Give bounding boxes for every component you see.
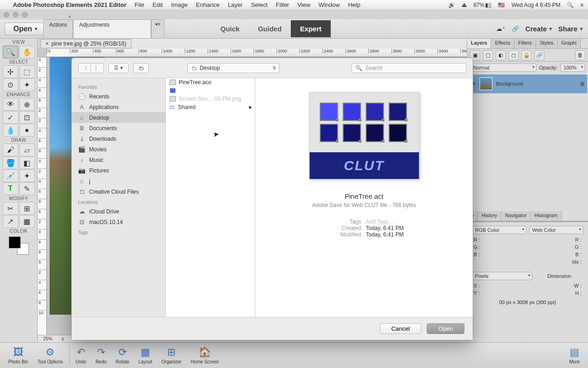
panel-options[interactable]: ▾≡: [151, 19, 164, 39]
file-item[interactable]: PineTree.act: [166, 86, 255, 95]
sidebar-loc-icloud-drive[interactable]: ☁iCloud Drive: [72, 206, 165, 217]
crop-tool[interactable]: ✂: [3, 202, 18, 215]
delete-layer-button[interactable]: 🗑: [575, 50, 585, 60]
menu-filter[interactable]: Filter: [276, 1, 289, 8]
layers-tab[interactable]: Layers: [467, 39, 491, 48]
battery-status[interactable]: 87% ▮▯: [473, 2, 492, 8]
units-dropdown[interactable]: Pixels: [472, 272, 532, 280]
color-swatches[interactable]: [9, 236, 29, 255]
photo-bin-button[interactable]: 🖼Photo Bin: [5, 345, 32, 365]
actions-tab[interactable]: ×Actions: [43, 19, 73, 39]
share-button[interactable]: Share: [558, 25, 582, 33]
sidebar-item-j[interactable]: ⌂j: [72, 176, 165, 186]
view-mode-button[interactable]: ☰ ▾: [108, 63, 129, 73]
pencil-tool[interactable]: ✎: [19, 182, 35, 195]
shape-tool[interactable]: ✦: [19, 169, 35, 182]
spot-heal-tool[interactable]: ⊕: [19, 98, 35, 111]
mode-guided[interactable]: Guided: [249, 20, 291, 37]
gradient-tool[interactable]: ◧: [19, 156, 35, 169]
zoom-tool[interactable]: 🔍: [3, 46, 18, 58]
sidebar-item-documents[interactable]: 🗎Documents: [72, 123, 165, 133]
organizer-button[interactable]: ⊞Organizer: [158, 345, 185, 365]
history-tab[interactable]: History: [478, 211, 501, 221]
mode-expert[interactable]: Expert: [291, 20, 331, 37]
menu-image[interactable]: Image: [171, 1, 187, 8]
move-tool[interactable]: ✢: [3, 65, 18, 78]
sidebar-item-downloads[interactable]: ⤓Downloads: [72, 133, 165, 144]
more-button[interactable]: ▤More: [565, 345, 583, 365]
adjustment-layer-button[interactable]: ◐: [496, 50, 506, 60]
fill-tool[interactable]: 🪣: [3, 156, 18, 169]
home-screen-button[interactable]: 🏠Home Screen: [187, 345, 222, 365]
lock-button[interactable]: 🔒: [521, 50, 531, 60]
eyedropper-tool[interactable]: 💉: [3, 169, 18, 182]
sidebar-item-music[interactable]: ♪Music: [72, 155, 165, 165]
minimize-window[interactable]: [13, 12, 18, 17]
sidebar-item-pictures[interactable]: 📷Pictures: [72, 165, 165, 176]
menu-window[interactable]: Window: [318, 1, 339, 8]
menu-file[interactable]: File: [135, 1, 144, 8]
color-mode-2[interactable]: Web Color: [529, 226, 584, 234]
undo-button[interactable]: ↶Undo: [72, 345, 90, 365]
navigator-tab[interactable]: Navigator: [501, 211, 531, 221]
add-tags-input[interactable]: Add Tags…: [366, 218, 394, 225]
recompose-tool[interactable]: ⊞: [19, 202, 35, 215]
straighten-tool[interactable]: ▦: [19, 215, 35, 228]
zoom-level[interactable]: 25%: [43, 336, 52, 341]
zoom-window[interactable]: [22, 12, 28, 17]
menu-edit[interactable]: Edit: [153, 1, 163, 8]
histogram-tab[interactable]: Histogram: [531, 211, 561, 221]
file-item[interactable]: Screen Sho….06 PM.png: [166, 95, 255, 103]
hand-tool[interactable]: ✋: [19, 46, 35, 58]
menu-extras-icon[interactable]: ≡: [580, 2, 583, 8]
close-window[interactable]: [4, 12, 9, 17]
lasso-tool[interactable]: ⊙: [3, 78, 18, 91]
graphics-tab[interactable]: Graphi: [558, 39, 581, 48]
menu-select[interactable]: Select: [251, 1, 267, 8]
file-item[interactable]: PineTree.aco: [166, 78, 255, 86]
group-button[interactable]: 🗀: [133, 63, 149, 73]
tool-options-button[interactable]: ⚙Tool Options: [34, 345, 70, 365]
blur-tool[interactable]: 💧: [3, 124, 18, 137]
volume-icon[interactable]: 🔊: [448, 2, 455, 8]
cloud-icon[interactable]: ☁⁺: [496, 25, 505, 32]
location-dropdown[interactable]: 🗀 Desktop: [187, 63, 279, 73]
create-button[interactable]: Create: [526, 25, 552, 33]
menu-help[interactable]: Help: [348, 1, 361, 8]
brush-tool[interactable]: 🖌: [3, 144, 18, 156]
redeye-tool[interactable]: 👁: [3, 98, 18, 111]
forward-button[interactable]: 〉: [91, 63, 104, 73]
sidebar-item-creative-cloud-files[interactable]: 🗀Creative Cloud Files: [72, 186, 165, 197]
link-icon[interactable]: 🔗: [512, 25, 519, 32]
menu-view[interactable]: View: [297, 1, 310, 8]
layer-background[interactable]: 👁 Background ⊞: [468, 75, 587, 93]
open-file-button[interactable]: Open: [427, 323, 464, 334]
eject-icon[interactable]: ⏏: [462, 2, 467, 8]
effects-tab[interactable]: Effects: [491, 39, 514, 48]
clone-tool[interactable]: ⊡: [19, 111, 35, 124]
blend-mode-dropdown[interactable]: Normal: [470, 63, 537, 72]
mode-quick[interactable]: Quick: [211, 20, 249, 37]
filters-tab[interactable]: Filters: [514, 39, 536, 48]
styles-tab[interactable]: Styles: [536, 39, 558, 48]
link-layers-button[interactable]: 🔗: [534, 50, 544, 60]
sidebar-loc-macos-10-14[interactable]: ⊟macOS 10.14: [72, 217, 165, 227]
quick-select-tool[interactable]: ✦: [19, 78, 35, 91]
layout-button[interactable]: ▦Layout: [135, 345, 156, 365]
back-button[interactable]: 〈: [78, 63, 91, 73]
spotlight-icon[interactable]: 🔍: [567, 2, 574, 8]
opacity-input[interactable]: 100%: [560, 63, 585, 72]
rotate-button[interactable]: ⟳Rotate: [112, 345, 133, 365]
content-move-tool[interactable]: ↗: [3, 215, 18, 228]
input-source-icon[interactable]: 🇺🇸: [498, 2, 505, 8]
datetime[interactable]: Wed Aug 4 6:45 PM: [511, 2, 560, 8]
file-item[interactable]: 🗀Shared▶: [166, 103, 255, 111]
sidebar-item-desktop[interactable]: ⌂Desktop: [72, 112, 165, 123]
cancel-button[interactable]: Cancel: [380, 323, 421, 334]
text-tool[interactable]: T: [3, 182, 18, 195]
smart-brush-tool[interactable]: ✓: [3, 111, 18, 124]
menu-layer[interactable]: Layer: [228, 1, 243, 8]
sidebar-item-recents[interactable]: 🕘Recents: [72, 91, 165, 102]
sidebar-item-applications[interactable]: AApplications: [72, 102, 165, 112]
redo-button[interactable]: ↷Redo: [92, 345, 110, 365]
